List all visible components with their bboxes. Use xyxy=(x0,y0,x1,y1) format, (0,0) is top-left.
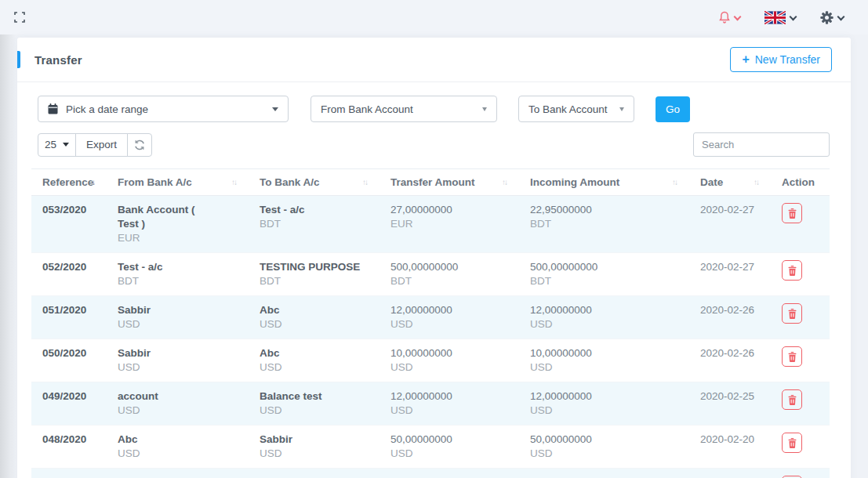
incoming-amount: 10,00000000 xyxy=(530,346,678,360)
table-header-row: Reference ↑↓ From Bank A/c ↑↓ To Bank A/… xyxy=(31,169,830,196)
sort-icons: ↑↓ xyxy=(502,178,507,186)
action-cell xyxy=(771,425,830,469)
from-bank-cell: Sabbir USD xyxy=(107,296,249,339)
card-header: Transfer + New Transfer xyxy=(17,38,851,82)
go-button[interactable]: Go xyxy=(656,96,690,122)
table-row: 049/2020 account USD Balance test USD 12… xyxy=(31,382,830,425)
transfer-amount: 500,00000000 xyxy=(390,260,508,274)
table-row: 051/2020 Sabbir USD Abc USD 12,00000000 … xyxy=(31,296,830,339)
refresh-icon xyxy=(134,139,145,150)
transfer-currency: USD xyxy=(390,404,508,418)
trash-icon xyxy=(788,309,797,319)
date-range-select[interactable]: Pick a date range xyxy=(38,96,289,122)
to-bank-cell: Abc USD xyxy=(249,296,380,339)
reference-cell: 051/2020 xyxy=(31,296,107,339)
reference-cell: 053/2020 xyxy=(31,196,107,253)
incoming-amount: 12,00000000 xyxy=(530,303,678,317)
trash-icon xyxy=(788,395,797,405)
reference-cell: 048/2020 xyxy=(31,425,107,469)
from-bank-name: account xyxy=(118,389,213,404)
trash-icon xyxy=(788,352,797,362)
refresh-button[interactable] xyxy=(127,133,152,157)
incoming-amount-cell: 12,00000000 USD xyxy=(519,296,689,339)
from-bank-currency: USD xyxy=(118,447,238,461)
delete-transfer-button[interactable] xyxy=(782,203,802,223)
action-cell xyxy=(771,196,830,253)
from-bank-currency: USD xyxy=(118,404,238,418)
delete-transfer-button[interactable] xyxy=(782,260,802,281)
from-bank-name: Test - a/c xyxy=(118,260,213,274)
transfer-currency: USD xyxy=(390,317,508,331)
to-bank-select[interactable]: To Bank Account xyxy=(518,96,634,122)
transfer-amount-cell: 27,00000000 EUR xyxy=(380,196,519,253)
export-button[interactable]: Export xyxy=(75,133,128,157)
delete-transfer-button[interactable] xyxy=(782,303,802,324)
title-accent-bar xyxy=(17,51,20,68)
incoming-amount-cell: 22,95000000 BDT xyxy=(519,196,689,253)
chevron-down-icon xyxy=(837,14,844,21)
from-bank-name: Bank Account ( Test ) xyxy=(118,203,213,231)
from-bank-cell: account USD xyxy=(107,382,249,425)
column-header[interactable]: From Bank A/c ↑↓ xyxy=(107,169,249,196)
to-bank-name: Test - a/c xyxy=(260,203,369,217)
to-bank-currency: BDT xyxy=(260,274,369,288)
plus-icon: + xyxy=(742,55,749,64)
delete-transfer-button[interactable] xyxy=(782,433,802,453)
new-transfer-button[interactable]: + New Transfer xyxy=(730,47,832,72)
table-row: 048/2020 Abc USD Sabbir USD 50,00000000 … xyxy=(31,425,830,469)
column-header[interactable]: Reference ↑↓ xyxy=(31,169,107,196)
incoming-currency: USD xyxy=(530,360,678,375)
transfer-amount-cell: 50,02100000 xyxy=(380,469,519,478)
transfer-currency: USD xyxy=(390,447,508,461)
notification-bell-icon xyxy=(719,11,730,24)
to-bank-value: To Bank Account xyxy=(528,103,608,115)
settings-gear-icon xyxy=(820,11,833,24)
fullscreen-button[interactable] xyxy=(14,12,25,23)
page-size-value: 25 xyxy=(45,139,56,150)
notifications-menu[interactable] xyxy=(719,11,741,24)
column-header[interactable]: To Bank A/c ↑↓ xyxy=(249,169,380,196)
to-bank-currency: USD xyxy=(260,317,369,331)
filter-row: Pick a date range From Bank Account To B… xyxy=(38,96,830,122)
reference-cell: 047/2020 xyxy=(31,469,107,478)
caret-down-icon xyxy=(63,143,69,147)
transfer-amount: 50,00000000 xyxy=(390,433,508,447)
table-row: 047/2020 Sabbir Abc 50,02100000 50,02100… xyxy=(31,469,830,478)
settings-menu[interactable] xyxy=(820,11,844,24)
column-label: To Bank A/c xyxy=(260,176,320,188)
from-bank-cell: Test - a/c BDT xyxy=(107,253,249,296)
incoming-amount-cell: 50,02100000 xyxy=(519,469,689,478)
fullscreen-icon xyxy=(14,12,25,23)
from-bank-select[interactable]: From Bank Account xyxy=(311,96,497,122)
column-label: From Bank A/c xyxy=(118,176,192,188)
column-header[interactable]: Transfer Amount ↑↓ xyxy=(380,169,519,196)
action-cell xyxy=(771,339,830,382)
reference-cell: 049/2020 xyxy=(31,382,107,425)
to-bank-cell: Balance test USD xyxy=(249,382,380,425)
page-size-select[interactable]: 25 xyxy=(38,133,76,157)
reference-cell: 050/2020 xyxy=(31,339,107,382)
sort-icons: ↑↓ xyxy=(672,178,677,186)
transfer-amount-cell: 12,00000000 USD xyxy=(380,296,519,339)
column-header[interactable]: Incoming Amount ↑↓ xyxy=(519,169,689,196)
transfers-table: Reference ↑↓ From Bank A/c ↑↓ To Bank A/… xyxy=(31,168,830,478)
transfer-amount: 10,00000000 xyxy=(390,346,508,360)
column-header[interactable]: Action ↑↓ xyxy=(771,169,830,196)
table-row: 053/2020 Bank Account ( Test ) EUR Test … xyxy=(31,196,830,253)
column-header[interactable]: Date ↑↓ xyxy=(689,169,771,196)
transfer-amount-cell: 10,00000000 USD xyxy=(380,339,519,382)
caret-down-icon xyxy=(272,107,278,111)
from-bank-name: Sabbir xyxy=(118,346,213,360)
sort-icons: ↑↓ xyxy=(362,178,367,186)
sort-icons: ↑↓ xyxy=(89,178,94,186)
to-bank-currency: USD xyxy=(260,360,369,375)
column-label: Incoming Amount xyxy=(530,176,619,188)
trash-icon xyxy=(788,208,797,219)
language-menu[interactable] xyxy=(764,11,797,24)
delete-transfer-button[interactable] xyxy=(782,389,802,410)
caret-down-icon xyxy=(482,107,487,111)
delete-transfer-button[interactable] xyxy=(782,346,802,367)
search-input[interactable] xyxy=(693,132,830,157)
to-bank-name: Balance test xyxy=(260,389,369,404)
incoming-amount-cell: 500,00000000 BDT xyxy=(519,253,689,296)
